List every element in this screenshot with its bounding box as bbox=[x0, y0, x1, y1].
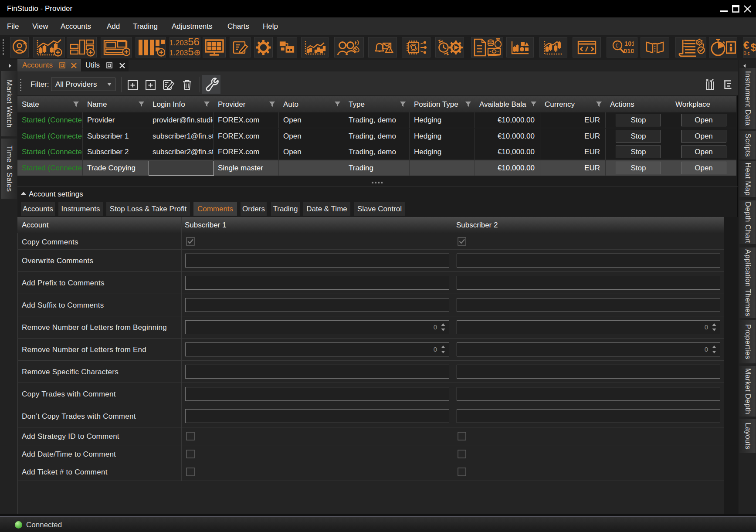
svg-text:€: € bbox=[615, 42, 619, 49]
svg-text:$: $ bbox=[750, 41, 756, 53]
svg-text:B: B bbox=[743, 51, 746, 56]
svg-text:¢: ¢ bbox=[747, 51, 750, 56]
svg-text:010: 010 bbox=[624, 47, 634, 54]
svg-text:101: 101 bbox=[624, 40, 634, 47]
svg-text:€: € bbox=[743, 39, 749, 51]
